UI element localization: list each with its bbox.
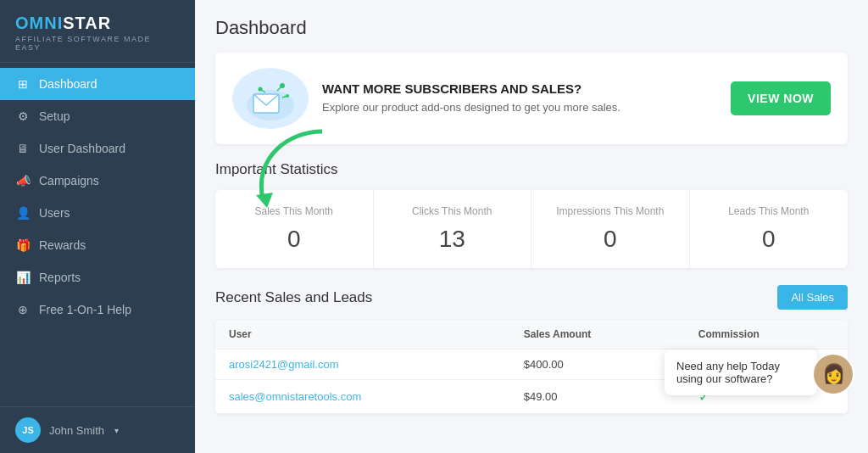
chat-avatar[interactable]: 👩	[812, 353, 854, 395]
stat-leads-label: Leads This Month	[704, 205, 835, 217]
sidebar-item-dashboard[interactable]: ⊞ Dashboard	[0, 68, 195, 100]
avatar: JS	[15, 417, 41, 443]
col-commission: Commission	[685, 320, 848, 350]
promo-title: WANT MORE SUBSCRIBERS AND SALES?	[322, 81, 717, 96]
chat-message: Need any help Today using our software?	[676, 360, 780, 385]
recent-sales-title: Recent Sales and Leads	[215, 289, 372, 306]
stat-sales: Sales This Month 0	[215, 190, 374, 268]
dashboard-icon: ⊞	[15, 77, 31, 91]
stats-section-title: Important Statistics	[215, 161, 848, 178]
sidebar-label-user-dashboard: User Dashboard	[39, 142, 125, 155]
chevron-down-icon: ▾	[114, 426, 119, 435]
sidebar-label-campaigns: Campaigns	[39, 174, 99, 187]
users-icon: 👤	[15, 206, 31, 220]
row2-amount: $49.00	[510, 380, 685, 414]
stat-impressions-value: 0	[545, 226, 676, 253]
sidebar-item-rewards[interactable]: 🎁 Rewards	[0, 229, 195, 261]
sidebar: OMNISTAR AFFILIATE SOFTWARE MADE EASY ⊞ …	[0, 0, 195, 453]
main-content: Dashboard WANT MORE SUBSCRIBERS AND SALE…	[195, 0, 868, 453]
monitor-icon: 🖥	[15, 142, 31, 155]
logo-brand: OMNISTAR	[15, 14, 180, 33]
reports-icon: 📊	[15, 271, 31, 284]
col-amount: Sales Amount	[510, 320, 685, 350]
stats-grid: Sales This Month 0 Clicks This Month 13 …	[215, 190, 848, 268]
rewards-icon: 🎁	[15, 238, 31, 252]
sidebar-item-help[interactable]: ⊕ Free 1-On-1 Help	[0, 294, 195, 326]
recent-sales-header: Recent Sales and Leads All Sales	[215, 285, 848, 310]
user-profile[interactable]: JS John Smith ▾	[0, 406, 195, 453]
chat-bubble[interactable]: Need any help Today using our software?	[665, 350, 817, 395]
promo-text: WANT MORE SUBSCRIBERS AND SALES? Explore…	[322, 81, 717, 116]
sidebar-label-dashboard: Dashboard	[39, 77, 97, 91]
sidebar-item-users[interactable]: 👤 Users	[0, 197, 195, 229]
logo: OMNISTAR AFFILIATE SOFTWARE MADE EASY	[0, 0, 195, 63]
sidebar-label-rewards: Rewards	[39, 238, 86, 252]
user-name: John Smith	[49, 424, 104, 437]
col-user: User	[215, 320, 510, 350]
stat-impressions: Impressions This Month 0	[531, 190, 690, 268]
stat-clicks-value: 13	[387, 226, 518, 253]
promo-illustration	[232, 68, 309, 129]
row1-amount: $400.00	[510, 350, 685, 380]
sidebar-label-setup: Setup	[39, 109, 70, 123]
all-sales-button[interactable]: All Sales	[777, 285, 848, 310]
help-icon: ⊕	[15, 303, 31, 316]
stat-sales-value: 0	[229, 226, 359, 253]
stat-leads: Leads This Month 0	[690, 190, 849, 268]
sidebar-label-help: Free 1-On-1 Help	[39, 303, 131, 316]
stat-clicks-label: Clicks This Month	[387, 205, 518, 217]
row2-user[interactable]: sales@omnistaretools.com	[215, 380, 510, 414]
sidebar-item-user-dashboard[interactable]: 🖥 User Dashboard	[0, 132, 195, 165]
logo-tagline: AFFILIATE SOFTWARE MADE EASY	[15, 35, 180, 52]
sidebar-item-campaigns[interactable]: 📣 Campaigns	[0, 165, 195, 197]
sidebar-item-reports[interactable]: 📊 Reports	[0, 261, 195, 294]
view-now-button[interactable]: VIEW NOW	[731, 81, 831, 115]
sidebar-item-setup[interactable]: ⚙ Setup	[0, 100, 195, 132]
row1-user[interactable]: arosi2421@gmail.com	[215, 350, 510, 380]
svg-line-5	[277, 86, 282, 91]
promo-description: Explore our product add-ons designed to …	[322, 99, 717, 116]
stat-sales-label: Sales This Month	[229, 205, 359, 217]
stat-clicks: Clicks This Month 13	[374, 190, 532, 268]
stat-impressions-label: Impressions This Month	[545, 205, 676, 217]
campaigns-icon: 📣	[15, 174, 31, 187]
sidebar-nav: ⊞ Dashboard ⚙ Setup 🖥 User Dashboard 📣 C…	[0, 63, 195, 406]
setup-icon: ⚙	[15, 109, 31, 123]
page-title: Dashboard	[215, 17, 848, 39]
promo-banner: WANT MORE SUBSCRIBERS AND SALES? Explore…	[215, 53, 848, 144]
sidebar-label-users: Users	[39, 206, 70, 220]
sidebar-label-reports: Reports	[39, 271, 81, 284]
stat-leads-value: 0	[704, 226, 835, 253]
